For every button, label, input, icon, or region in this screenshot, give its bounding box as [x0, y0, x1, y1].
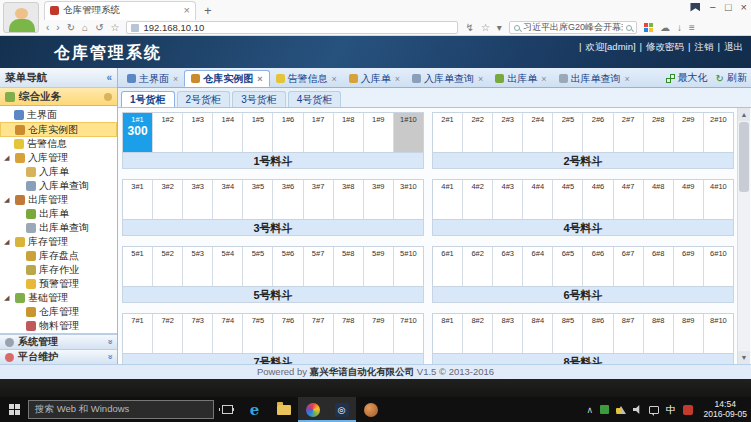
bin-cell[interactable]: 8#2 [463, 314, 493, 353]
bin-cell[interactable]: 3#5 [243, 180, 273, 219]
bin-cell[interactable]: 6#6 [583, 247, 613, 286]
tab-3[interactable]: 告警信息× [270, 70, 343, 87]
browser-taskbar-button[interactable] [298, 397, 327, 422]
tool-taskbar-button[interactable]: ◎ [327, 397, 356, 422]
undo-icon[interactable]: ↺ [95, 23, 103, 33]
bin-cell[interactable]: 7#6 [273, 314, 303, 353]
bin-cell[interactable]: 5#10 [394, 247, 423, 286]
subtab-2[interactable]: 2号货柜 [177, 91, 231, 107]
bin-cell[interactable]: 1#7 [304, 113, 334, 152]
refresh-panel-button[interactable]: ↻刷新 [716, 71, 747, 85]
bin-cell[interactable]: 1#1300 [123, 113, 153, 152]
maximize-panel-button[interactable]: 最大化 [666, 71, 708, 85]
app-taskbar-button[interactable] [356, 397, 385, 422]
bin-cell[interactable]: 1#5 [243, 113, 273, 152]
bin-cell[interactable]: 2#7 [614, 113, 644, 152]
bin-cell[interactable]: 6#2 [463, 247, 493, 286]
bin-cell[interactable]: 6#8 [644, 247, 674, 286]
expand-panel-icon[interactable]: « [104, 354, 114, 359]
bin-cell[interactable]: 6#5 [553, 247, 583, 286]
bin-cell[interactable]: 1#6 [273, 113, 303, 152]
tab-2[interactable]: 仓库实例图× [184, 70, 269, 87]
bin-cell[interactable]: 2#5 [553, 113, 583, 152]
bin-cell[interactable]: 5#7 [304, 247, 334, 286]
bin-cell[interactable]: 6#9 [674, 247, 704, 286]
bin-cell[interactable]: 3#3 [183, 180, 213, 219]
menu-item[interactable]: ◢基础管理 [0, 291, 117, 305]
bin-cell[interactable]: 5#1 [123, 247, 153, 286]
bin-cell[interactable]: 8#7 [614, 314, 644, 353]
url-bar[interactable]: 192.168.10.10 [126, 21, 458, 34]
tab-close-icon[interactable]: × [478, 74, 483, 84]
bin-cell[interactable]: 4#7 [614, 180, 644, 219]
tab-4[interactable]: 入库单× [343, 70, 406, 87]
bin-cell[interactable]: 3#4 [213, 180, 243, 219]
collapse-sidebar-icon[interactable]: « [106, 72, 112, 83]
bin-cell[interactable]: 3#6 [273, 180, 303, 219]
cloud-sync-icon[interactable]: ☁ [660, 23, 670, 33]
bin-cell[interactable]: 8#6 [583, 314, 613, 353]
menu-item[interactable]: 物料管理 [0, 319, 117, 333]
edge-taskbar-button[interactable]: e [240, 397, 269, 422]
tab-close-icon[interactable]: × [625, 74, 630, 84]
expand-arrow-icon[interactable]: ◢ [4, 154, 12, 162]
menu-item[interactable]: ◢出库管理 [0, 193, 117, 207]
browser-search-box[interactable]: 习近平出席G20峰会开幕式 [509, 21, 637, 34]
skin-icon[interactable] [690, 3, 700, 12]
bin-cell[interactable]: 5#6 [273, 247, 303, 286]
tab-close-icon[interactable]: × [332, 74, 337, 84]
bin-cell[interactable]: 3#7 [304, 180, 334, 219]
bin-cell[interactable]: 2#3 [493, 113, 523, 152]
scroll-down-icon[interactable]: ▼ [738, 351, 750, 364]
bin-cell[interactable]: 4#4 [523, 180, 553, 219]
bin-cell[interactable]: 7#4 [213, 314, 243, 353]
bin-cell[interactable]: 4#3 [493, 180, 523, 219]
menu-item[interactable]: 仓库管理 [0, 305, 117, 319]
explorer-taskbar-button[interactable] [269, 397, 298, 422]
bin-cell[interactable]: 1#4 [213, 113, 243, 152]
bin-cell[interactable]: 3#10 [394, 180, 423, 219]
bin-cell[interactable]: 7#2 [153, 314, 183, 353]
bin-cell[interactable]: 7#7 [304, 314, 334, 353]
menu-item[interactable]: 库存盘点 [0, 249, 117, 263]
bin-cell[interactable]: 4#2 [463, 180, 493, 219]
bin-cell[interactable]: 4#10 [704, 180, 733, 219]
download-icon[interactable]: ↓ [677, 23, 682, 33]
bin-cell[interactable]: 6#10 [704, 247, 733, 286]
tab-6[interactable]: 出库单× [489, 70, 552, 87]
menu-item[interactable]: 出库单 [0, 207, 117, 221]
tab-close-icon[interactable]: × [257, 74, 262, 84]
taskbar-search-box[interactable]: 搜索 Web 和 Windows [28, 400, 214, 419]
exit-link[interactable]: 退出 [724, 41, 743, 54]
bin-cell[interactable]: 5#2 [153, 247, 183, 286]
new-tab-button[interactable]: + [204, 5, 212, 16]
menu-item[interactable]: 仓库实例图 [0, 122, 117, 137]
security-tray-icon[interactable] [683, 405, 693, 415]
subtab-1[interactable]: 1号货柜 [121, 91, 175, 107]
bin-cell[interactable]: 8#5 [553, 314, 583, 353]
expand-arrow-icon[interactable]: ◢ [4, 196, 12, 204]
taskbar-clock[interactable]: 14:54 2016-09-05 [704, 400, 747, 419]
expand-panel-icon[interactable]: « [104, 339, 114, 344]
vm-tray-icon[interactable] [600, 405, 609, 414]
bin-cell[interactable]: 7#10 [394, 314, 423, 353]
bookmark-star-icon[interactable]: ☆ [481, 23, 490, 33]
change-password-link[interactable]: 修改密码 [646, 41, 684, 54]
apps-grid-icon[interactable] [644, 23, 653, 32]
bin-cell[interactable]: 4#9 [674, 180, 704, 219]
subtab-3[interactable]: 3号货柜 [232, 91, 286, 107]
bin-cell[interactable]: 5#3 [183, 247, 213, 286]
bin-cell[interactable]: 8#4 [523, 314, 553, 353]
bin-cell[interactable]: 7#9 [364, 314, 394, 353]
bin-cell[interactable]: 8#10 [704, 314, 733, 353]
bin-cell[interactable]: 6#3 [493, 247, 523, 286]
bin-cell[interactable]: 6#4 [523, 247, 553, 286]
bin-cell[interactable]: 5#5 [243, 247, 273, 286]
favorite-icon[interactable]: ☆ [111, 23, 120, 33]
bin-cell[interactable]: 8#3 [493, 314, 523, 353]
menu-item[interactable]: 入库单 [0, 165, 117, 179]
tab-close-icon[interactable]: × [541, 74, 546, 84]
scroll-up-icon[interactable]: ▲ [738, 108, 750, 121]
bin-cell[interactable]: 1#3 [183, 113, 213, 152]
menu-item[interactable]: 主界面 [0, 108, 117, 122]
